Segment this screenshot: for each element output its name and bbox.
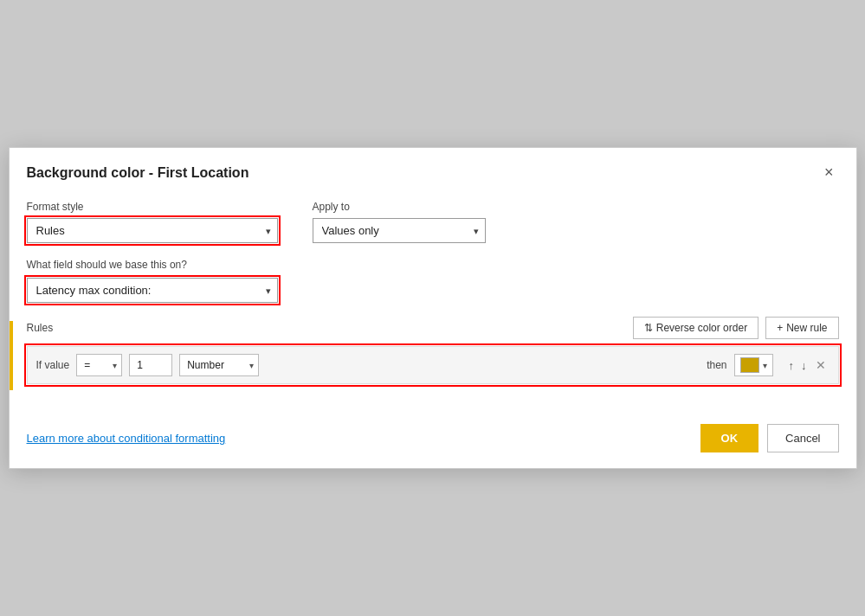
footer-buttons: OK Cancel — [700, 424, 839, 452]
format-style-select-wrapper: Rules Gradient Field value ▾ — [27, 218, 278, 243]
dialog: Background color - First Location × Form… — [9, 147, 857, 469]
dialog-footer: Learn more about conditional formatting … — [10, 410, 856, 468]
apply-to-select-wrapper: Values only Header Total ▾ — [313, 218, 486, 243]
apply-to-label: Apply to — [313, 201, 486, 213]
yellow-accent-bar — [10, 321, 13, 390]
field-question-section: What field should we base this on? Laten… — [27, 259, 839, 303]
rule-value-input[interactable] — [129, 354, 172, 376]
rules-header: Rules ⇅ Reverse color order + New rule — [27, 317, 839, 339]
reverse-color-order-button[interactable]: ⇅ Reverse color order — [633, 317, 758, 339]
reverse-color-order-label: Reverse color order — [656, 322, 747, 334]
format-style-label: Format style — [27, 201, 278, 213]
color-picker-button[interactable]: ▾ — [734, 354, 773, 376]
sort-icon: ⇅ — [644, 322, 653, 334]
format-style-group: Format style Rules Gradient Field value … — [27, 201, 278, 243]
close-button[interactable]: × — [819, 162, 839, 183]
dialog-overlay: Background color - First Location × Form… — [0, 0, 865, 616]
dialog-title: Background color - First Location — [27, 165, 249, 181]
dialog-title-bar: Background color - First Location × — [10, 148, 856, 192]
type-select[interactable]: Number Percent Percentile — [179, 354, 259, 376]
operator-select-wrapper: = > < >= <= <> ▾ — [76, 354, 122, 376]
rules-label: Rules — [27, 322, 54, 334]
ok-button[interactable]: OK — [700, 424, 759, 452]
new-rule-button[interactable]: + New rule — [765, 317, 838, 339]
apply-to-group: Apply to Values only Header Total ▾ — [313, 201, 486, 243]
learn-more-link[interactable]: Learn more about conditional formatting — [27, 432, 226, 445]
color-chevron-icon: ▾ — [763, 361, 767, 370]
delete-rule-button[interactable]: ✕ — [812, 356, 829, 374]
type-select-wrapper: Number Percent Percentile ▾ — [179, 354, 259, 376]
cancel-button[interactable]: Cancel — [767, 424, 838, 452]
color-swatch — [740, 357, 759, 373]
dialog-body: Format style Rules Gradient Field value … — [10, 192, 856, 384]
new-rule-label: New rule — [786, 322, 827, 334]
format-apply-row: Format style Rules Gradient Field value … — [27, 201, 839, 243]
plus-icon: + — [777, 322, 783, 334]
rule-row: If value = > < >= <= <> ▾ — [27, 346, 839, 384]
field-select-wrapper: Latency max condition: ▾ — [27, 278, 278, 303]
apply-to-select[interactable]: Values only Header Total — [313, 218, 486, 243]
rule-row-wrapper: If value = > < >= <= <> ▾ — [27, 346, 839, 384]
field-select[interactable]: Latency max condition: — [27, 278, 278, 303]
if-value-label: If value — [36, 359, 70, 371]
operator-select[interactable]: = > < >= <= <> — [76, 354, 122, 376]
field-question-text: What field should we base this on? — [27, 259, 839, 271]
format-style-select[interactable]: Rules Gradient Field value — [27, 218, 278, 243]
rule-arrows: ↑ ↓ ✕ — [787, 356, 829, 374]
move-down-button[interactable]: ↓ — [799, 357, 809, 374]
move-up-button[interactable]: ↑ — [787, 357, 797, 374]
rules-actions: ⇅ Reverse color order + New rule — [633, 317, 839, 339]
then-label: then — [707, 359, 726, 371]
